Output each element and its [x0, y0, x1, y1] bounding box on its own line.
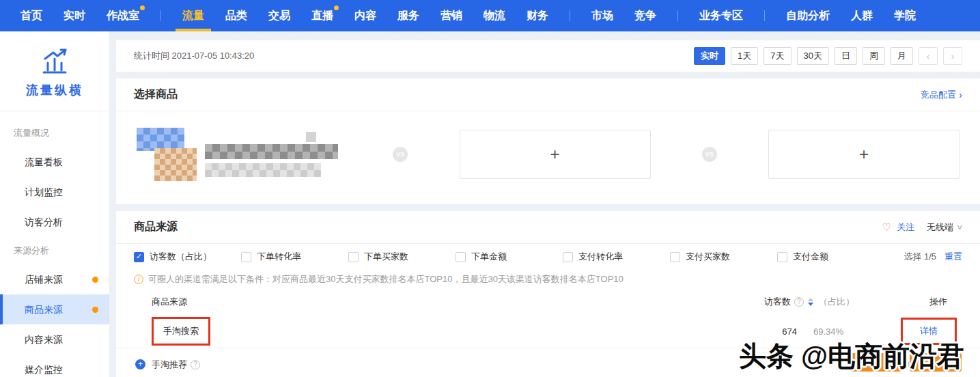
column-header-visitors: 访客数 ? （占比） [682, 296, 887, 308]
metric-order-amount[interactable]: 下单金额 [456, 251, 563, 263]
add-product-button[interactable]: + [768, 130, 960, 179]
nav-item-marketing[interactable]: 营销 [440, 0, 462, 31]
sidebar: 流量纵横 流量概况流量看板计划监控访客分析来源分析店铺来源商品来源内容来源媒介监… [0, 31, 109, 377]
chevron-down-icon: ∨ [955, 223, 963, 232]
help-icon[interactable]: ? [794, 297, 804, 307]
column-header-source: 商品来源 [134, 296, 682, 308]
section-title-item-source: 商品来源 [134, 220, 178, 234]
sidebar-item-media-monitor[interactable]: 媒介监控 [0, 354, 109, 377]
competitor-config-link[interactable]: 竞品配置 › [921, 89, 962, 101]
expand-icon[interactable]: + [135, 359, 145, 369]
reset-link[interactable]: 重置 [944, 251, 962, 263]
stats-toolbar: 统计时间 2021-07-05 10:43:20 实时1天7天30天日周月 ‹ … [116, 40, 980, 72]
nav-item-realtime[interactable]: 实时 [64, 0, 85, 31]
metric-order-conv[interactable]: 下单转化率 [241, 251, 348, 263]
metric-label: 下单金额 [471, 251, 507, 263]
sidebar-item-label: 访客分析 [25, 217, 63, 227]
product-select-section: 选择商品 竞品配置 › VS + VS [116, 79, 980, 204]
sidebar-logo-title: 流量纵横 [0, 82, 109, 98]
metric-label: 支付买家数 [686, 251, 730, 263]
nav-item-self-analysis[interactable]: 自助分析 [786, 0, 830, 31]
range-button-month[interactable]: 月 [891, 47, 913, 65]
notification-dot [140, 5, 145, 10]
stat-time-label: 统计时间 2021-07-05 10:43:20 [134, 50, 254, 62]
nav-item-logistics[interactable]: 物流 [484, 0, 505, 31]
item-source-header: 商品来源 ♡ 关注 无线端 ∨ [116, 211, 980, 244]
column-header-source-label: 商品来源 [152, 296, 187, 308]
action-header-label: 操作 [929, 296, 947, 308]
top-nav: 首页实时作战室流量品类交易直播内容服务营销物流财务市场竞争业务专区自助分析人群学… [0, 0, 980, 31]
sidebar-item-traffic-board[interactable]: 流量看板 [0, 147, 109, 177]
time-range-controls: 实时1天7天30天日周月 ‹ › [694, 47, 962, 65]
sidebar-item-shop-source[interactable]: 店铺来源 [0, 264, 109, 294]
nav-item-service[interactable]: 服务 [397, 0, 419, 31]
metric-label: 下单转化率 [257, 251, 301, 263]
follow-link[interactable]: 关注 [897, 221, 914, 234]
add-product-button[interactable]: + [460, 130, 651, 179]
checkbox-icon [241, 252, 251, 262]
sidebar-item-visitor-analysis[interactable]: 访客分析 [0, 207, 109, 237]
sidebar-item-item-source[interactable]: 商品来源 [0, 294, 109, 324]
range-button-7d[interactable]: 7天 [764, 47, 791, 65]
time-range-group: 实时1天7天30天日周月 [694, 47, 913, 65]
nav-item-business-zone[interactable]: 业务专区 [699, 0, 743, 31]
nav-item-war-room[interactable]: 作战室 [107, 0, 139, 31]
range-button-realtime[interactable]: 实时 [694, 47, 725, 65]
info-icon: i [134, 275, 143, 284]
sidebar-item-traffic-overview: 流量概况 [0, 120, 109, 147]
nav-item-academy[interactable]: 学院 [894, 0, 916, 31]
pager-prev-button[interactable]: ‹ [919, 47, 938, 65]
notification-dot [92, 307, 98, 313]
metric-order-buyers[interactable]: 下单买家数 [348, 251, 456, 263]
metric-pay-amount[interactable]: 支付金额 [777, 251, 884, 263]
sidebar-item-label: 内容来源 [25, 334, 63, 345]
plus-icon: + [859, 145, 869, 164]
nav-item-category[interactable]: 品类 [225, 0, 247, 31]
orange-button-partial[interactable] [910, 353, 962, 372]
table-row: + 手淘推荐 ? 80 8.23% [116, 348, 980, 377]
metric-visitors-ratio[interactable]: 访客数（占比） [134, 251, 241, 263]
source-cell: 手淘搜索 [134, 317, 682, 346]
metric-label: 支付转化率 [578, 251, 623, 263]
sidebar-item-content-source[interactable]: 内容来源 [0, 324, 109, 354]
orange-button-partial[interactable] [850, 353, 902, 372]
help-icon[interactable]: ? [191, 360, 200, 369]
nav-item-traffic[interactable]: 流量 [182, 0, 204, 31]
pager-next-button[interactable]: › [943, 47, 962, 65]
metric-pay-conv[interactable]: 支付转化率 [563, 251, 670, 263]
mosaic-block [137, 128, 184, 151]
nav-item-compete[interactable]: 竞争 [634, 0, 656, 31]
selected-product-blurred[interactable] [137, 128, 341, 181]
mosaic-block [154, 148, 197, 181]
metrics-row: 访客数（占比）下单转化率下单买家数下单金额支付转化率支付买家数支付金额选择 1/… [116, 244, 980, 270]
range-button-1d[interactable]: 1天 [731, 47, 758, 65]
sidebar-item-plan-monitor[interactable]: 计划监控 [0, 177, 109, 207]
nav-item-finance[interactable]: 财务 [527, 0, 548, 31]
device-dropdown[interactable]: 无线端 ∨ [927, 221, 962, 234]
source-cell: + 手淘推荐 ? [134, 359, 757, 371]
column-header-action: 操作 [887, 296, 962, 308]
nav-item-trade[interactable]: 交易 [268, 0, 290, 31]
nav-item-home[interactable]: 首页 [20, 0, 42, 31]
source-name[interactable]: 手淘推荐 [152, 359, 187, 371]
sidebar-item-label: 媒介监控 [25, 364, 63, 375]
range-button-day[interactable]: 日 [835, 47, 857, 65]
nav-item-live[interactable]: 直播 [311, 0, 333, 31]
sidebar-menu: 流量概况流量看板计划监控访客分析来源分析店铺来源商品来源内容来源媒介监控 [0, 111, 109, 377]
range-button-week[interactable]: 周 [863, 47, 885, 65]
detail-link[interactable]: 详情 [920, 325, 938, 337]
visitors-value: 674 [764, 326, 797, 337]
nav-item-content[interactable]: 内容 [354, 0, 376, 31]
traffic-chart-icon [38, 48, 71, 75]
sidebar-logo: 流量纵横 [0, 31, 109, 111]
range-button-30d[interactable]: 30天 [797, 47, 829, 65]
mosaic-block [205, 163, 321, 177]
metric-pay-buyers[interactable]: 支付买家数 [670, 251, 777, 263]
nav-item-market[interactable]: 市场 [591, 0, 613, 31]
nav-item-audience[interactable]: 人群 [851, 0, 873, 31]
sort-icon[interactable] [808, 298, 813, 306]
source-name[interactable]: 手淘搜索 [163, 325, 199, 337]
vs-badge: VS [393, 147, 408, 162]
plus-icon: + [550, 145, 559, 164]
chevron-left-icon: ‹ [927, 51, 929, 61]
